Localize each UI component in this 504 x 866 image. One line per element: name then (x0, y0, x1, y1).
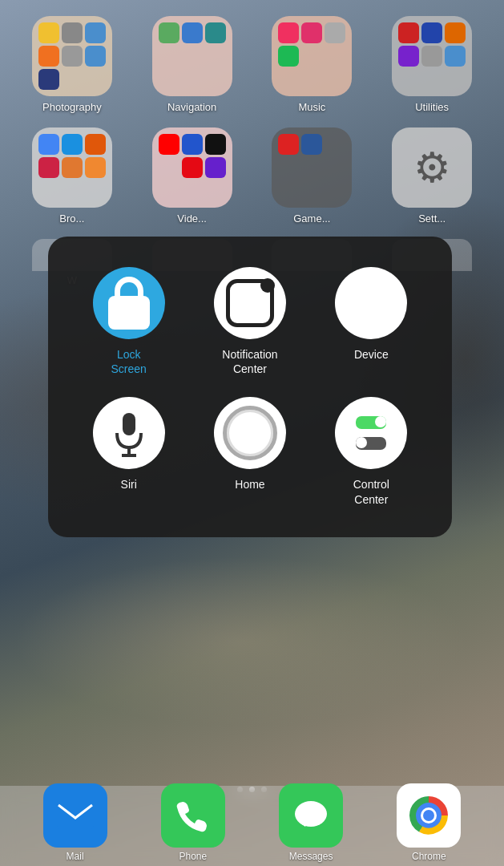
siri-icon (93, 397, 165, 469)
folder-photography-label: Photography (42, 101, 102, 113)
folder-music-label: Music (298, 101, 325, 113)
folder-video[interactable]: Vide... (140, 127, 244, 225)
notification-center-label: NotificationCenter (222, 347, 277, 376)
app-row-1: Photography Navigation (12, 16, 492, 113)
folder-games[interactable]: Game... (260, 127, 364, 225)
svg-point-4 (295, 801, 327, 827)
messages-icon (279, 783, 343, 848)
panel-item-home[interactable]: Home (189, 391, 310, 512)
panel-item-device[interactable]: Device (311, 261, 432, 382)
folder-settings[interactable]: ⚙ Sett... (380, 127, 484, 225)
folder-games-label: Game... (293, 212, 330, 225)
notification-center-icon (214, 267, 286, 339)
mail-icon (43, 783, 107, 848)
folder-browsers-label: Bro... (59, 212, 84, 225)
svg-point-8 (423, 810, 434, 821)
gear-icon: ⚙ (413, 144, 451, 192)
folder-utilities-label: Utilities (415, 101, 449, 113)
panel-item-control-center[interactable]: ControlCenter (311, 391, 432, 512)
siri-label: Siri (121, 477, 137, 492)
messages-label: Messages (289, 851, 333, 862)
phone-label: Phone (179, 851, 208, 862)
home-label: Home (235, 477, 264, 492)
assistive-touch-panel: LockScreen NotificationCenter Device (48, 237, 452, 537)
lock-screen-label: LockScreen (111, 347, 146, 376)
dock-app-phone[interactable]: Phone (161, 783, 225, 862)
folder-browsers[interactable]: Bro... (20, 127, 124, 225)
dock-app-chrome[interactable]: Chrome (397, 783, 461, 862)
folder-video-label: Vide... (177, 212, 207, 225)
svg-rect-0 (123, 413, 135, 435)
control-center-icon (335, 397, 407, 469)
dock-app-mail[interactable]: Mail (43, 783, 107, 862)
control-center-label: ControlCenter (353, 477, 389, 506)
app-row-2: Bro... Vide... (12, 127, 492, 225)
folder-navigation-label: Navigation (167, 101, 216, 113)
panel-item-siri[interactable]: Siri (68, 391, 189, 512)
dock: Mail Phone Messages (0, 786, 504, 866)
home-button-icon (214, 397, 286, 469)
device-icon (335, 267, 407, 339)
lock-screen-icon (93, 267, 165, 339)
folder-utilities[interactable]: Utilities (380, 16, 484, 113)
chrome-icon (397, 783, 461, 848)
folder-navigation[interactable]: Navigation (140, 16, 244, 113)
panel-item-lock-screen[interactable]: LockScreen (68, 261, 189, 382)
svg-rect-3 (57, 802, 94, 829)
mail-label: Mail (67, 851, 84, 862)
folder-settings-label: Sett... (418, 212, 446, 225)
folder-photography[interactable]: Photography (20, 16, 124, 113)
chrome-label: Chrome (412, 851, 446, 862)
phone-icon (161, 783, 225, 848)
dock-app-messages[interactable]: Messages (279, 783, 343, 862)
folder-music[interactable]: Music (260, 16, 364, 113)
device-label: Device (354, 347, 389, 362)
panel-item-notification-center[interactable]: NotificationCenter (189, 261, 310, 382)
